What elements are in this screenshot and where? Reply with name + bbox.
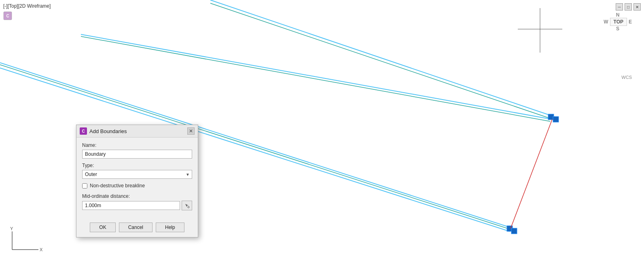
cad-viewport: [-][Top][2D Wireframe] C (0, 0, 644, 267)
dialog-close-button[interactable]: ✕ (187, 127, 195, 135)
add-boundaries-dialog: C Add Boundaries ✕ Name: Type: Outer Inn… (76, 125, 198, 237)
dialog-body: Name: Type: Outer Inner ▼ Non-destructiv… (76, 138, 198, 219)
mid-ordinate-input[interactable] (82, 201, 180, 210)
name-label: Name: (82, 142, 192, 148)
svg-line-2 (210, 0, 556, 117)
viewport-label: [-][Top][2D Wireframe] (3, 3, 51, 9)
mid-ordinate-row (82, 201, 192, 210)
minimize-button[interactable]: ─ (616, 3, 623, 11)
cancel-button[interactable]: Cancel (119, 222, 153, 232)
compass-w: W (604, 19, 608, 25)
checkbox-row: Non-destructive breakline (82, 183, 192, 189)
svg-line-13 (511, 119, 552, 229)
mid-ordinate-section: Mid-ordinate distance: (82, 193, 192, 210)
cad-icon: C (3, 11, 12, 20)
compass-top-button[interactable]: TOP (610, 18, 627, 26)
compass: N W TOP E S (604, 12, 632, 32)
wcs-label: WCS (621, 75, 632, 80)
svg-rect-10 (553, 117, 559, 122)
help-button[interactable]: Help (156, 222, 184, 232)
name-input[interactable] (82, 150, 192, 159)
compass-s: S (616, 26, 619, 32)
compass-e: E (629, 19, 632, 25)
dialog-title: Add Boundaries (89, 128, 185, 134)
maximize-button[interactable]: □ (625, 3, 632, 11)
ok-button[interactable]: OK (90, 222, 115, 232)
svg-line-5 (81, 36, 550, 121)
svg-text:C: C (6, 14, 9, 18)
window-controls[interactable]: ─ □ ✕ (616, 3, 641, 11)
svg-point-20 (188, 206, 189, 208)
svg-line-3 (210, 3, 554, 120)
dialog-footer: OK Cancel Help (76, 219, 198, 237)
svg-rect-12 (511, 228, 517, 234)
coordinate-axes: Y X (8, 225, 49, 259)
dialog-titlebar: C Add Boundaries ✕ (76, 125, 198, 138)
type-label: Type: (82, 163, 192, 168)
svg-text:X: X (40, 247, 43, 252)
type-select[interactable]: Outer Inner (82, 170, 192, 179)
pick-button[interactable] (182, 201, 192, 210)
svg-line-4 (81, 34, 552, 119)
svg-text:Y: Y (10, 226, 13, 231)
non-destructive-checkbox[interactable] (82, 183, 87, 189)
compass-n: N (616, 12, 620, 18)
checkbox-label: Non-destructive breakline (90, 183, 145, 189)
close-window-button[interactable]: ✕ (633, 3, 641, 11)
dialog-app-icon: C (80, 127, 87, 135)
type-select-wrapper: Outer Inner ▼ (82, 170, 192, 179)
mid-ordinate-label: Mid-ordinate distance: (82, 193, 192, 199)
